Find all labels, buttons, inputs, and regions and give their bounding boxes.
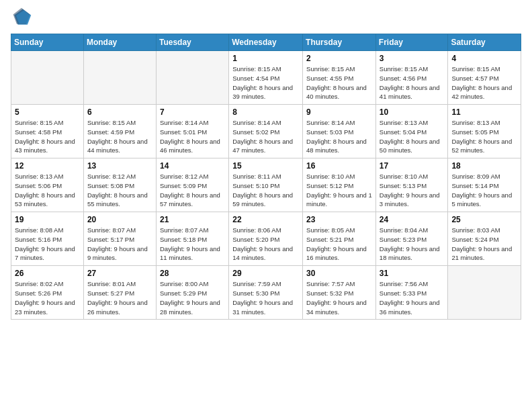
day-cell: 31Sunrise: 7:56 AM Sunset: 5:33 PM Dayli…	[375, 266, 448, 320]
logo-icon	[11, 7, 32, 28]
day-cell: 28Sunrise: 8:00 AM Sunset: 5:29 PM Dayli…	[156, 266, 228, 320]
day-info: Sunrise: 8:14 AM Sunset: 5:03 PM Dayligh…	[306, 118, 372, 155]
week-row-4: 19Sunrise: 8:08 AM Sunset: 5:16 PM Dayli…	[11, 212, 521, 266]
day-number: 22	[232, 215, 299, 224]
weekday-header-saturday: Saturday	[448, 34, 521, 51]
day-info: Sunrise: 8:12 AM Sunset: 5:08 PM Dayligh…	[87, 172, 152, 209]
day-info: Sunrise: 8:15 AM Sunset: 4:58 PM Dayligh…	[15, 118, 80, 155]
day-info: Sunrise: 8:12 AM Sunset: 5:09 PM Dayligh…	[160, 172, 225, 209]
day-cell	[11, 51, 84, 105]
day-cell: 17Sunrise: 8:10 AM Sunset: 5:13 PM Dayli…	[375, 158, 448, 212]
day-number: 5	[15, 107, 80, 117]
day-info: Sunrise: 8:15 AM Sunset: 4:55 PM Dayligh…	[306, 64, 372, 101]
header	[11, 7, 521, 28]
day-info: Sunrise: 7:59 AM Sunset: 5:30 PM Dayligh…	[232, 279, 299, 316]
day-number: 8	[232, 107, 299, 117]
day-cell: 24Sunrise: 8:04 AM Sunset: 5:23 PM Dayli…	[375, 212, 448, 266]
week-row-5: 26Sunrise: 8:02 AM Sunset: 5:26 PM Dayli…	[11, 266, 521, 320]
day-cell: 23Sunrise: 8:05 AM Sunset: 5:21 PM Dayli…	[303, 212, 376, 266]
weekday-header-thursday: Thursday	[303, 34, 376, 51]
day-number: 20	[87, 215, 152, 224]
day-cell: 7Sunrise: 8:14 AM Sunset: 5:01 PM Daylig…	[156, 105, 228, 158]
day-number: 29	[232, 269, 299, 278]
day-cell: 2Sunrise: 8:15 AM Sunset: 4:55 PM Daylig…	[303, 51, 376, 105]
day-cell: 11Sunrise: 8:13 AM Sunset: 5:05 PM Dayli…	[448, 105, 521, 158]
day-number: 24	[380, 215, 445, 224]
day-cell: 18Sunrise: 8:09 AM Sunset: 5:14 PM Dayli…	[448, 158, 521, 212]
calendar: SundayMondayTuesdayWednesdayThursdayFrid…	[11, 34, 521, 320]
day-number: 26	[15, 269, 80, 278]
day-info: Sunrise: 8:11 AM Sunset: 5:10 PM Dayligh…	[232, 172, 299, 209]
day-number: 25	[451, 215, 517, 224]
weekday-header-wednesday: Wednesday	[229, 34, 303, 51]
day-cell: 13Sunrise: 8:12 AM Sunset: 5:08 PM Dayli…	[83, 158, 156, 212]
weekday-header-tuesday: Tuesday	[156, 34, 228, 51]
weekday-header-monday: Monday	[83, 34, 156, 51]
day-info: Sunrise: 8:08 AM Sunset: 5:16 PM Dayligh…	[15, 226, 80, 263]
day-number: 9	[306, 107, 372, 117]
day-number: 6	[87, 107, 152, 117]
day-info: Sunrise: 8:04 AM Sunset: 5:23 PM Dayligh…	[380, 226, 445, 263]
day-info: Sunrise: 8:13 AM Sunset: 5:05 PM Dayligh…	[451, 118, 517, 155]
day-number: 30	[306, 269, 372, 278]
day-cell: 19Sunrise: 8:08 AM Sunset: 5:16 PM Dayli…	[11, 212, 84, 266]
day-cell: 26Sunrise: 8:02 AM Sunset: 5:26 PM Dayli…	[11, 266, 84, 320]
day-info: Sunrise: 8:03 AM Sunset: 5:24 PM Dayligh…	[451, 226, 517, 263]
day-cell: 9Sunrise: 8:14 AM Sunset: 5:03 PM Daylig…	[303, 105, 376, 158]
day-info: Sunrise: 8:13 AM Sunset: 5:04 PM Dayligh…	[380, 118, 445, 155]
day-number: 27	[87, 269, 152, 278]
day-number: 12	[15, 161, 80, 171]
day-number: 17	[380, 161, 445, 171]
weekday-header-row: SundayMondayTuesdayWednesdayThursdayFrid…	[11, 34, 521, 51]
day-cell: 14Sunrise: 8:12 AM Sunset: 5:09 PM Dayli…	[156, 158, 228, 212]
day-info: Sunrise: 8:15 AM Sunset: 4:56 PM Dayligh…	[380, 64, 445, 101]
day-number: 2	[306, 54, 372, 63]
day-info: Sunrise: 8:14 AM Sunset: 5:02 PM Dayligh…	[232, 118, 299, 155]
day-cell: 20Sunrise: 8:07 AM Sunset: 5:17 PM Dayli…	[83, 212, 156, 266]
day-cell: 3Sunrise: 8:15 AM Sunset: 4:56 PM Daylig…	[375, 51, 448, 105]
weekday-header-friday: Friday	[375, 34, 448, 51]
day-number: 4	[451, 54, 517, 63]
day-cell	[156, 51, 228, 105]
day-number: 18	[451, 161, 517, 171]
day-info: Sunrise: 7:56 AM Sunset: 5:33 PM Dayligh…	[380, 279, 445, 316]
day-number: 13	[87, 161, 152, 171]
day-info: Sunrise: 8:07 AM Sunset: 5:17 PM Dayligh…	[87, 226, 152, 263]
day-number: 31	[380, 269, 445, 278]
day-number: 11	[451, 107, 517, 117]
day-cell: 22Sunrise: 8:06 AM Sunset: 5:20 PM Dayli…	[229, 212, 303, 266]
day-info: Sunrise: 8:00 AM Sunset: 5:29 PM Dayligh…	[160, 279, 225, 316]
day-number: 19	[15, 215, 80, 224]
week-row-1: 1Sunrise: 8:15 AM Sunset: 4:54 PM Daylig…	[11, 51, 521, 105]
day-number: 28	[160, 269, 225, 278]
page: SundayMondayTuesdayWednesdayThursdayFrid…	[0, 0, 532, 411]
day-number: 16	[306, 161, 372, 171]
day-number: 3	[380, 54, 445, 63]
logo	[11, 7, 35, 28]
day-cell: 30Sunrise: 7:57 AM Sunset: 5:32 PM Dayli…	[303, 266, 376, 320]
day-number: 21	[160, 215, 225, 224]
day-cell: 16Sunrise: 8:10 AM Sunset: 5:12 PM Dayli…	[303, 158, 376, 212]
day-info: Sunrise: 8:02 AM Sunset: 5:26 PM Dayligh…	[15, 279, 80, 316]
day-cell	[448, 266, 521, 320]
day-number: 1	[232, 54, 299, 63]
day-cell: 21Sunrise: 8:07 AM Sunset: 5:18 PM Dayli…	[156, 212, 228, 266]
day-cell: 4Sunrise: 8:15 AM Sunset: 4:57 PM Daylig…	[448, 51, 521, 105]
day-info: Sunrise: 8:14 AM Sunset: 5:01 PM Dayligh…	[160, 118, 225, 155]
day-cell: 25Sunrise: 8:03 AM Sunset: 5:24 PM Dayli…	[448, 212, 521, 266]
day-info: Sunrise: 8:15 AM Sunset: 4:57 PM Dayligh…	[451, 64, 517, 101]
day-number: 10	[380, 107, 445, 117]
day-cell: 8Sunrise: 8:14 AM Sunset: 5:02 PM Daylig…	[229, 105, 303, 158]
day-info: Sunrise: 8:07 AM Sunset: 5:18 PM Dayligh…	[160, 226, 225, 263]
day-number: 7	[160, 107, 225, 117]
day-info: Sunrise: 8:15 AM Sunset: 4:59 PM Dayligh…	[87, 118, 152, 155]
week-row-2: 5Sunrise: 8:15 AM Sunset: 4:58 PM Daylig…	[11, 105, 521, 158]
day-cell: 27Sunrise: 8:01 AM Sunset: 5:27 PM Dayli…	[83, 266, 156, 320]
day-cell: 29Sunrise: 7:59 AM Sunset: 5:30 PM Dayli…	[229, 266, 303, 320]
day-info: Sunrise: 8:10 AM Sunset: 5:13 PM Dayligh…	[380, 172, 445, 209]
day-number: 14	[160, 161, 225, 171]
day-info: Sunrise: 8:15 AM Sunset: 4:54 PM Dayligh…	[232, 64, 299, 101]
week-row-3: 12Sunrise: 8:13 AM Sunset: 5:06 PM Dayli…	[11, 158, 521, 212]
day-cell: 12Sunrise: 8:13 AM Sunset: 5:06 PM Dayli…	[11, 158, 84, 212]
day-info: Sunrise: 8:06 AM Sunset: 5:20 PM Dayligh…	[232, 226, 299, 263]
